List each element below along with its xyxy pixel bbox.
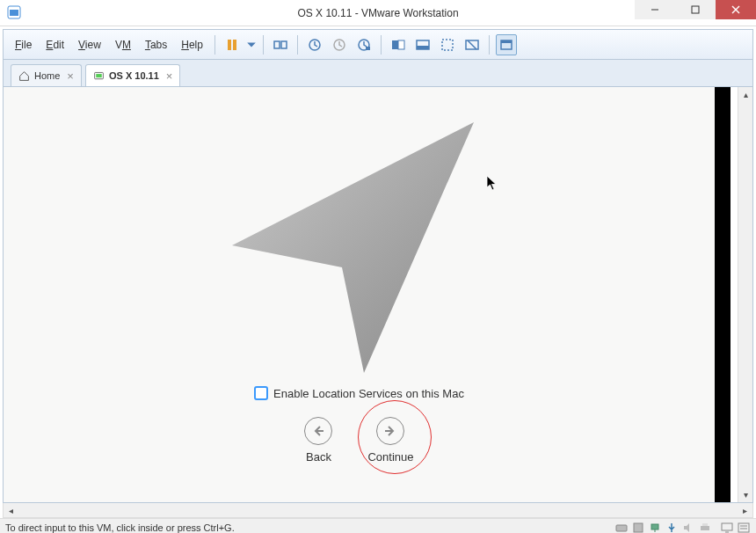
menu-file[interactable]: File (8, 35, 39, 55)
send-ctrl-alt-del-button[interactable] (270, 34, 291, 55)
svg-rect-8 (274, 41, 280, 48)
svg-rect-22 (501, 40, 512, 43)
vertical-scrollbar[interactable]: ▴ ▾ (738, 87, 752, 502)
show-thumbnails-button[interactable] (412, 34, 433, 55)
separator (214, 35, 215, 55)
tab-close-button[interactable]: × (166, 69, 173, 83)
continue-label: Continue (367, 450, 413, 464)
svg-rect-18 (442, 40, 453, 50)
location-arrow-icon (223, 113, 496, 381)
snapshot-revert-button[interactable] (329, 34, 350, 55)
svg-rect-29 (701, 526, 709, 530)
pause-button[interactable] (222, 34, 243, 55)
dropdown-arrow-icon[interactable] (246, 34, 257, 55)
svg-rect-27 (651, 524, 658, 529)
window-title: OS X 10.11 - VMware Workstation (297, 7, 458, 19)
menu-edit[interactable]: Edit (39, 35, 71, 55)
svg-rect-30 (702, 523, 708, 526)
window-maximize-button[interactable] (675, 0, 716, 19)
snapshot-manager-button[interactable] (353, 34, 374, 55)
menubar: File Edit View VM Tabs Help (3, 29, 753, 60)
back-button[interactable]: Back (304, 417, 332, 464)
tabbar: Home × OS X 10.11 × (3, 60, 753, 87)
unity-button[interactable] (462, 34, 483, 55)
svg-line-20 (468, 40, 476, 49)
home-icon (18, 70, 30, 82)
enable-location-label: Enable Location Services on this Mac (273, 387, 464, 400)
menu-view[interactable]: View (71, 35, 108, 55)
usb-icon[interactable] (665, 522, 679, 533)
svg-rect-13 (366, 47, 370, 50)
vm-viewport[interactable]: Enable Location Services on this Mac Bac… (3, 87, 753, 503)
printer-icon[interactable] (698, 522, 712, 533)
stretch-guest-button[interactable] (437, 34, 458, 55)
sound-icon[interactable] (681, 522, 695, 533)
display-icon[interactable] (720, 522, 734, 533)
horizontal-scrollbar[interactable]: ◂ ▸ (3, 503, 753, 518)
network-icon[interactable] (648, 522, 662, 533)
svg-rect-7 (233, 40, 236, 50)
vm-icon (93, 70, 105, 82)
svg-rect-1 (10, 10, 18, 16)
svg-rect-31 (722, 523, 732, 530)
menu-help[interactable]: Help (174, 35, 210, 55)
tab-home[interactable]: Home × (11, 64, 82, 86)
status-message: To direct input to this VM, click inside… (5, 522, 614, 533)
svg-rect-26 (634, 523, 643, 532)
svg-rect-15 (398, 40, 404, 49)
back-arrow-icon (304, 417, 332, 445)
app-icon (7, 5, 21, 19)
snapshot-take-button[interactable] (304, 34, 325, 55)
enable-location-row: Enable Location Services on this Mac (4, 386, 715, 400)
vm-letterbox (715, 87, 731, 502)
separator (381, 35, 382, 55)
separator (489, 35, 490, 55)
continue-button[interactable]: Continue (367, 417, 413, 464)
svg-rect-25 (616, 525, 627, 531)
menu-vm[interactable]: VM (108, 35, 138, 55)
menu-tabs[interactable]: Tabs (138, 35, 174, 55)
tab-vm-label: OS X 10.11 (109, 70, 159, 81)
window-close-button[interactable] (716, 0, 756, 19)
svg-rect-6 (228, 40, 231, 50)
svg-rect-17 (417, 46, 429, 49)
scroll-left-button[interactable]: ◂ (4, 503, 18, 517)
back-label: Back (306, 450, 331, 464)
tab-close-button[interactable]: × (67, 69, 74, 83)
tab-home-label: Home (34, 70, 60, 81)
floppy-icon[interactable] (631, 522, 645, 533)
scroll-up-button[interactable]: ▴ (738, 87, 752, 102)
statusbar: To direct input to this VM, click inside… (0, 518, 756, 533)
svg-rect-33 (738, 523, 749, 532)
window-minimize-button[interactable] (635, 0, 675, 19)
enable-location-checkbox[interactable] (254, 386, 268, 400)
tab-vm[interactable]: OS X 10.11 × (85, 64, 180, 86)
show-console-button[interactable] (388, 34, 409, 55)
window-titlebar: OS X 10.11 - VMware Workstation (0, 0, 756, 26)
svg-rect-9 (281, 41, 287, 48)
svg-rect-24 (96, 74, 102, 77)
separator (263, 35, 264, 55)
disk-icon[interactable] (614, 522, 629, 533)
scroll-down-button[interactable]: ▾ (738, 487, 752, 502)
svg-rect-3 (692, 6, 699, 13)
separator (297, 35, 298, 55)
scroll-right-button[interactable]: ▸ (738, 503, 752, 517)
fullscreen-button[interactable] (496, 34, 517, 55)
continue-arrow-icon (376, 417, 404, 445)
message-log-icon[interactable] (737, 522, 751, 533)
